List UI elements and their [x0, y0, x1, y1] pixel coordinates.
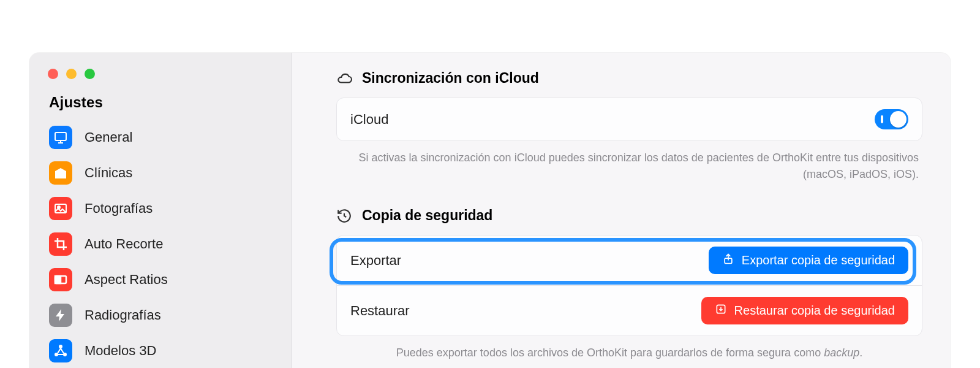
- sidebar-item-label: General: [85, 129, 132, 145]
- sidebar-item-clinicas[interactable]: Clínicas: [45, 155, 278, 191]
- sidebar: Ajustes General Clínicas Fotografías: [29, 53, 292, 368]
- icloud-toggle[interactable]: [875, 109, 908, 129]
- restore-row-label: Restaurar: [350, 303, 410, 319]
- history-icon: [336, 208, 352, 224]
- backup-helper-text: Puedes exportar todos los archivos de Or…: [340, 345, 919, 361]
- sidebar-item-label: Aspect Ratios: [85, 272, 168, 288]
- settings-window: Ajustes General Clínicas Fotografías: [29, 53, 951, 368]
- svg-rect-6: [55, 276, 61, 283]
- window-controls: [45, 69, 278, 79]
- sidebar-item-label: Radiografías: [85, 307, 161, 323]
- svg-rect-0: [55, 132, 66, 140]
- sidebar-list: General Clínicas Fotografías Auto Recort…: [45, 120, 278, 368]
- zoom-window-button[interactable]: [85, 69, 95, 79]
- sidebar-item-label: Modelos 3D: [85, 343, 156, 359]
- backup-row-box: Exportar Exportar copia de seguridad Res…: [336, 235, 922, 336]
- restore-backup-button-label: Restaurar copia de seguridad: [734, 304, 895, 318]
- sidebar-item-radiografias[interactable]: Radiografías: [45, 297, 278, 333]
- restore-row: Restaurar Restaurar copia de seguridad: [337, 285, 922, 335]
- bolt-icon: [49, 304, 72, 327]
- section-title-backup: Copia de seguridad: [362, 207, 492, 224]
- icloud-helper-text: Si activas la sincronización con iCloud …: [340, 150, 919, 183]
- display-icon: [49, 126, 72, 149]
- sidebar-item-auto-recorte[interactable]: Auto Recorte: [45, 226, 278, 262]
- content-pane: Sincronización con iCloud iCloud Si acti…: [292, 53, 951, 368]
- restore-backup-button[interactable]: Restaurar copia de seguridad: [701, 297, 908, 324]
- close-window-button[interactable]: [48, 69, 58, 79]
- sidebar-item-fotografias[interactable]: Fotografías: [45, 191, 278, 226]
- icloud-row: iCloud: [337, 98, 922, 140]
- network-icon: [49, 339, 72, 362]
- section-header-icloud: Sincronización con iCloud: [336, 70, 922, 86]
- crop-icon: [49, 232, 72, 256]
- icloud-row-label: iCloud: [350, 112, 388, 128]
- sidebar-title: Ajustes: [45, 93, 278, 120]
- section-title-icloud: Sincronización con iCloud: [362, 70, 539, 86]
- sidebar-item-label: Clínicas: [85, 165, 132, 181]
- download-box-icon: [715, 303, 727, 318]
- cloud-icon: [336, 71, 352, 86]
- sidebar-item-label: Auto Recorte: [85, 236, 163, 252]
- share-up-icon: [722, 253, 734, 268]
- minimize-window-button[interactable]: [66, 69, 77, 79]
- sidebar-item-label: Fotografías: [85, 201, 153, 217]
- export-row: Exportar Exportar copia de seguridad: [337, 236, 922, 285]
- export-backup-button-label: Exportar copia de seguridad: [742, 253, 895, 267]
- export-backup-button[interactable]: Exportar copia de seguridad: [709, 247, 908, 274]
- section-header-backup: Copia de seguridad: [336, 207, 922, 224]
- svg-point-7: [59, 345, 62, 348]
- sidebar-item-aspect-ratios[interactable]: Aspect Ratios: [45, 262, 278, 297]
- photo-icon: [49, 197, 72, 220]
- ratio-icon: [49, 268, 72, 291]
- sidebar-item-modelos-3d[interactable]: Modelos 3D: [45, 333, 278, 368]
- export-row-label: Exportar: [350, 253, 401, 269]
- building-icon: [49, 161, 72, 185]
- sidebar-item-general[interactable]: General: [45, 120, 278, 155]
- icloud-row-box: iCloud: [336, 98, 922, 141]
